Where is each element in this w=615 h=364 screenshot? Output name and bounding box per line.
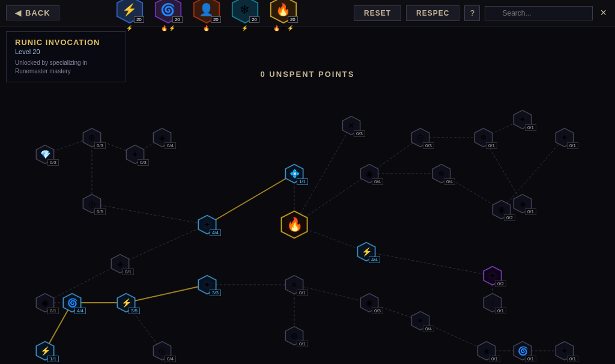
- top-right-controls: RESET RESPEC ? 🔍 ×: [354, 5, 609, 21]
- node-n16[interactable]: ◈ 0/1: [512, 193, 533, 214]
- node-n22[interactable]: ◉ 0/1: [35, 293, 55, 313]
- search-input[interactable]: [485, 6, 593, 20]
- node-n6[interactable]: ✦ 4/4: [197, 214, 217, 235]
- node-n15[interactable]: ✦ 0/1: [512, 109, 533, 130]
- node-n25[interactable]: ✦ 3/3: [197, 275, 217, 295]
- node-n1[interactable]: 💎 0/3: [35, 144, 55, 165]
- node-n20[interactable]: ↑ 0/1: [482, 293, 503, 313]
- node-n24[interactable]: ⚡ 3/5: [116, 293, 136, 313]
- node-n10[interactable]: ◉ 0/4: [359, 163, 380, 184]
- close-button[interactable]: ×: [598, 7, 609, 19]
- respec-button[interactable]: RESPEC: [406, 5, 459, 21]
- svg-line-28: [126, 285, 207, 303]
- node-n12[interactable]: ❄ 0/4: [431, 163, 452, 184]
- reset-button[interactable]: RESET: [354, 5, 401, 21]
- back-button[interactable]: ◀ BACK: [6, 5, 59, 20]
- node-n19[interactable]: ✦ 0/2: [482, 265, 503, 286]
- help-button[interactable]: ?: [464, 5, 480, 21]
- node-n33[interactable]: 🌀 0/1: [512, 341, 533, 361]
- node-n32[interactable]: ◈ 0/1: [476, 341, 497, 361]
- node-n30[interactable]: ◉ 0/3: [359, 293, 380, 313]
- node-n11[interactable]: ⚡ 4/4: [356, 241, 377, 262]
- back-label: BACK: [25, 8, 50, 17]
- svg-line-9: [92, 204, 207, 225]
- node-n9[interactable]: ✕ 0/3: [341, 115, 362, 136]
- svg-line-24: [120, 225, 207, 264]
- node-n18[interactable]: ✦ 0/1: [554, 127, 575, 148]
- node-n8[interactable]: 🔥: [279, 210, 309, 240]
- node-n21[interactable]: ◈ 0/1: [110, 253, 130, 274]
- node-n23[interactable]: 🌀 4/4: [62, 293, 82, 313]
- node-n14[interactable]: ❄ 0/1: [473, 127, 494, 148]
- node-n5[interactable]: ◎ 0/5: [82, 193, 102, 214]
- search-wrap: 🔍: [485, 6, 593, 20]
- node-n7[interactable]: 💠 1/1: [284, 163, 304, 184]
- node-n13[interactable]: ◎ 0/3: [410, 127, 431, 148]
- node-n17[interactable]: ◉ 0/2: [491, 199, 512, 220]
- node-n26[interactable]: ✕ 0/1: [284, 275, 304, 295]
- node-n29[interactable]: ◎ 0/4: [152, 341, 172, 361]
- node-n27[interactable]: ⊛ 0/1: [284, 326, 304, 346]
- svg-line-25: [45, 264, 120, 303]
- back-arrow-icon: ◀: [15, 8, 22, 17]
- node-n28[interactable]: ⚡ 1/1: [35, 341, 55, 361]
- svg-line-22: [366, 252, 492, 276]
- skill-tree: 💎 0/3 ⊕ 0/3 ✦ 0/3: [0, 26, 615, 364]
- node-n2[interactable]: ⊕ 0/3: [82, 127, 102, 148]
- svg-line-21: [501, 138, 565, 210]
- node-n4[interactable]: ◈ 0/4: [152, 127, 172, 148]
- node-n3[interactable]: ✦ 0/3: [125, 144, 145, 165]
- top-bar: ◀ BACK ⚡ 20 ⚡ 🌀 20 🔥⚡ 👤 20: [0, 0, 615, 26]
- node-n34[interactable]: ✦ 0/1: [554, 341, 575, 361]
- node-n31[interactable]: ✦ 0/4: [410, 311, 431, 331]
